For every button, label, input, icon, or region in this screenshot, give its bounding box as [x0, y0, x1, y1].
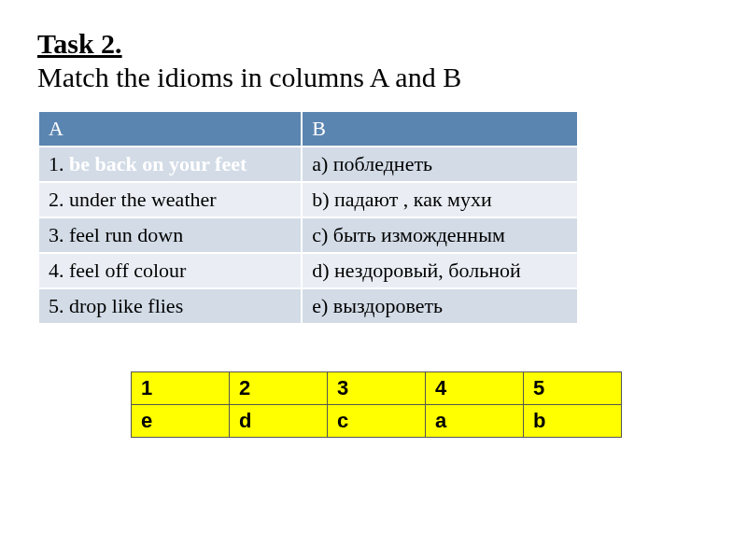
task-subtitle: Match the idioms in columns A and B — [37, 62, 710, 93]
answer-letters-row: e d c a b — [132, 405, 622, 438]
table-row: 3. feel run down c) быть изможденным — [38, 217, 578, 253]
answer-number: 4 — [426, 372, 524, 405]
cell-b: a) побледнеть — [302, 147, 578, 182]
cell-a: 1. be back on your feet — [38, 147, 302, 182]
answer-letter: b — [524, 405, 622, 438]
answer-key-wrap: 1 2 3 4 5 e d c a b — [131, 371, 710, 438]
cell-b: d) нездоровый, больной — [302, 253, 578, 288]
answer-letter: c — [328, 405, 426, 438]
cell-a: 3. feel run down — [38, 217, 302, 253]
idiom-prefix: 1. — [49, 152, 69, 175]
answer-number: 2 — [230, 372, 328, 405]
table-row: 1. be back on your feet a) побледнеть — [38, 147, 578, 182]
cell-a: 2. under the weather — [38, 182, 302, 217]
table-row: 5. drop like flies e) выздороветь — [38, 288, 578, 324]
answer-key-table: 1 2 3 4 5 e d c a b — [131, 371, 622, 438]
answer-number: 5 — [524, 372, 622, 405]
answer-letter: e — [132, 405, 230, 438]
cell-b: c) быть изможденным — [302, 217, 578, 253]
answer-number: 1 — [132, 372, 230, 405]
answer-number: 3 — [328, 372, 426, 405]
cell-b: e) выздороветь — [302, 288, 578, 324]
idiom-emphasis: be back on your feet — [69, 152, 247, 175]
header-col-b: B — [302, 111, 578, 147]
answer-letter: a — [426, 405, 524, 438]
task-heading: Task 2. — [37, 28, 710, 60]
cell-a: 4. feel off colour — [38, 253, 302, 288]
idiom-match-table: A B 1. be back on your feet a) побледнет… — [37, 110, 579, 325]
answer-letter: d — [230, 405, 328, 438]
table-header-row: A B — [38, 111, 578, 147]
header-col-a: A — [38, 111, 302, 147]
task-label: Task 2. — [37, 28, 122, 59]
cell-a: 5. drop like flies — [38, 288, 302, 324]
answer-numbers-row: 1 2 3 4 5 — [132, 372, 622, 405]
table-row: 4. feel off colour d) нездоровый, больно… — [38, 253, 578, 288]
table-row: 2. under the weather b) падают , как мух… — [38, 182, 578, 217]
cell-b: b) падают , как мухи — [302, 182, 578, 217]
